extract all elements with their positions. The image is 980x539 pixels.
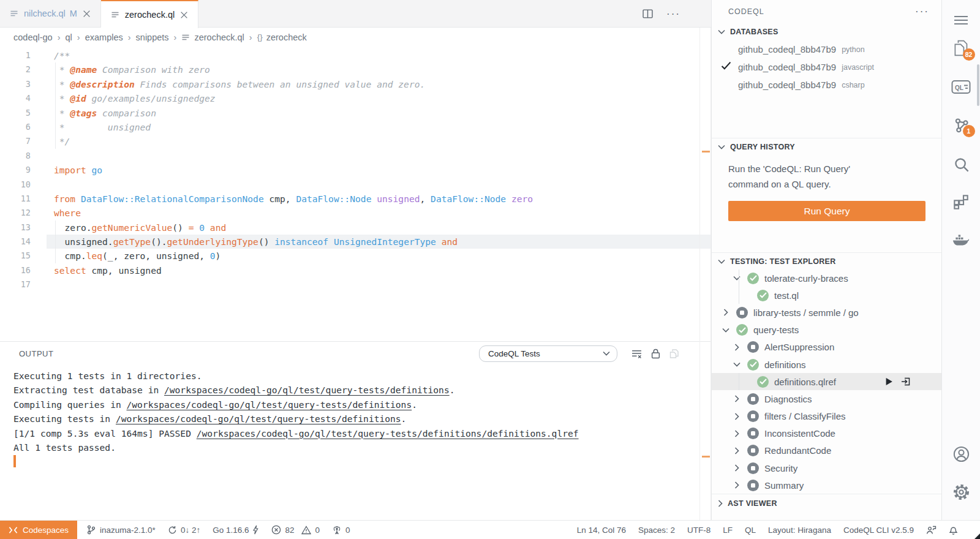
databases-header-label: DATABASES	[730, 28, 778, 36]
test-tree-item-RedundantCode[interactable]: RedundantCode	[712, 442, 941, 459]
test-tree-item-AlertSuppression[interactable]: AlertSuppression	[712, 339, 941, 356]
close-icon[interactable]	[83, 10, 91, 18]
status-codeql-cli[interactable]: CodeQL CLI v2.5.9	[837, 521, 920, 539]
database-item-python[interactable]: github_codeql_8bb47b9python	[712, 40, 941, 58]
code-line-13[interactable]: 13 zero.getNumericValue() = 0 and	[0, 221, 711, 235]
breadcrumb-item[interactable]: ql	[66, 32, 72, 42]
status-feedback[interactable]	[920, 521, 943, 539]
code-line-14[interactable]: 14 unsigned.getType().getUnderlyingType(…	[0, 235, 711, 249]
status-problems[interactable]: 820	[265, 521, 326, 539]
close-icon[interactable]	[180, 11, 188, 19]
split-editor-icon[interactable]	[643, 9, 653, 18]
activity-bar-item-menu[interactable]	[942, 6, 980, 34]
section-header-databases[interactable]: DATABASES	[712, 23, 941, 40]
chevron-down-icon[interactable]	[733, 362, 741, 367]
code-line-5[interactable]: 5 * @tags comparison	[0, 106, 711, 120]
status-eol[interactable]: LF	[717, 521, 739, 539]
test-tree-item-query-tests[interactable]: query-tests	[712, 322, 941, 339]
chevron-right-icon[interactable]	[733, 447, 741, 454]
status-encoding[interactable]: UTF-8	[681, 521, 717, 539]
test-tree-item-InconsistentCode[interactable]: InconsistentCode	[712, 425, 941, 442]
code-line-7[interactable]: 7 */	[0, 134, 711, 148]
chevron-right-icon[interactable]	[733, 413, 741, 420]
tab-zerocheck.ql[interactable]: zerocheck.ql	[101, 0, 198, 28]
code-line-4[interactable]: 4 * @id go/examples/unsignedgez	[0, 91, 711, 105]
database-item-csharp[interactable]: github_codeql_8bb47b9csharp	[712, 76, 941, 94]
output-channel-select[interactable]: CodeQL Tests	[479, 345, 617, 362]
run-query-button[interactable]: Run Query	[728, 201, 925, 221]
output-path-link[interactable]: /workspaces/codeql-go/ql/test/query-test…	[164, 385, 450, 395]
status-ports[interactable]: 0	[326, 521, 356, 539]
output-path-link[interactable]: /workspaces/codeql-go/ql/test/query-test…	[127, 399, 412, 410]
chevron-down-icon[interactable]	[722, 328, 730, 333]
activity-bar-item-source-graph[interactable]: 1	[942, 111, 980, 139]
code-line-12[interactable]: 12where	[0, 206, 711, 220]
section-header-ast-viewer[interactable]: AST VIEWER	[712, 494, 941, 512]
chevron-right-icon[interactable]	[733, 395, 741, 402]
chevron-right-icon[interactable]	[733, 481, 741, 489]
code-line-1[interactable]: 1/**	[0, 48, 711, 62]
status-notifications[interactable]	[943, 521, 964, 539]
code-line-9[interactable]: 9import go	[0, 163, 711, 177]
breadcrumb-symbol[interactable]: zerocheck	[266, 32, 307, 42]
chevron-right-icon[interactable]	[733, 344, 741, 351]
output-line: Executing 1 tests in 1 directories.	[13, 369, 711, 383]
code-line-2[interactable]: 2 * @name Comparison with zero	[0, 62, 711, 77]
code-line-16[interactable]: 16select cmp, unsigned	[0, 263, 711, 277]
section-header-query-history[interactable]: QUERY HISTORY	[712, 138, 941, 155]
test-tree-item-definitions.qlref[interactable]: definitions.qlref	[712, 373, 941, 390]
code-line-11[interactable]: 11from DataFlow::RelationalComparisonNod…	[0, 192, 711, 206]
breadcrumb-file[interactable]: zerocheck.ql	[194, 32, 244, 42]
code-line-3[interactable]: 3 * @description Finds comparisons betwe…	[0, 77, 711, 91]
code-text	[31, 178, 54, 192]
clear-output-icon[interactable]	[631, 349, 642, 359]
test-tree-item-test.ql[interactable]: test.ql	[712, 287, 941, 304]
status-git-branch[interactable]: inazuma-2.1.0*	[80, 521, 162, 539]
activity-bar-item-account[interactable]	[942, 440, 980, 468]
activity-bar-item-extensions[interactable]	[942, 188, 980, 216]
breadcrumb-item[interactable]: snippets	[136, 32, 169, 42]
chevron-right-icon[interactable]	[733, 464, 741, 472]
test-tree-item-tolerate-curly-braces[interactable]: tolerate-curly-braces	[712, 270, 941, 287]
output-path-link[interactable]: /workspaces/codeql-go/ql/test/query-test…	[116, 413, 401, 424]
code-line-17[interactable]: 17	[0, 277, 711, 292]
section-header-test-explorer[interactable]: TESTING: TEST EXPLORER	[712, 252, 941, 270]
chevron-down-icon[interactable]	[733, 276, 741, 281]
status-language-mode[interactable]: QL	[739, 521, 762, 539]
code-line-10[interactable]: 10	[0, 178, 711, 192]
test-tree-item-Security[interactable]: Security	[712, 459, 941, 477]
chevron-right-icon[interactable]	[722, 309, 730, 316]
database-item-javascript[interactable]: github_codeql_8bb47b9javascript	[712, 58, 941, 76]
test-tree-item-Summary[interactable]: Summary	[712, 477, 941, 494]
chevron-right-icon[interactable]	[733, 430, 741, 437]
status-go-version[interactable]: Go 1.16.6	[206, 521, 265, 539]
test-tree-item-Diagnostics[interactable]: Diagnostics	[712, 390, 941, 407]
activity-bar-item-search[interactable]	[942, 150, 980, 178]
code-line-6[interactable]: 6 * unsigned	[0, 120, 711, 134]
activity-bar-item-explorer[interactable]: 82	[942, 34, 980, 62]
status-codespaces[interactable]: Codespaces	[0, 521, 77, 539]
test-tree-item-definitions[interactable]: definitions	[712, 356, 941, 373]
status-indentation[interactable]: Spaces: 2	[632, 521, 681, 539]
activity-bar-item-docker[interactable]	[942, 226, 980, 254]
activity-bar-item-codeql[interactable]: QL	[942, 73, 980, 101]
code-line-15[interactable]: 15 cmp.leq(_, zero, unsigned, 0)	[0, 249, 711, 263]
run-test-icon[interactable]	[885, 377, 893, 386]
sidebar-more-actions-icon[interactable]: ···	[915, 6, 929, 18]
lock-icon[interactable]	[651, 349, 660, 359]
breadcrumb-item[interactable]: examples	[85, 32, 123, 42]
activity-bar-item-settings[interactable]	[942, 478, 980, 506]
status-layout[interactable]: Layout: Hiragana	[762, 521, 837, 539]
tab-nilcheck.ql[interactable]: nilcheck.qlM	[0, 0, 101, 27]
breadcrumb-item[interactable]: codeql-go	[13, 32, 53, 42]
test-tree-item-library-tests-semmle-go[interactable]: library-tests / semmle / go	[712, 304, 941, 321]
output-path-link[interactable]: /workspaces/codeql-go/ql/test/query-test…	[197, 428, 579, 439]
go-to-test-icon[interactable]	[901, 377, 911, 386]
status-cursor-position[interactable]: Ln 14, Col 76	[571, 521, 632, 539]
open-output-in-editor-icon[interactable]	[669, 349, 679, 359]
editor-more-actions-icon[interactable]: ···	[666, 8, 680, 20]
code-line-8[interactable]: 8	[0, 149, 711, 163]
code-editor[interactable]: 1/**2 * @name Comparison with zero3 * @d…	[0, 47, 711, 341]
status-sync[interactable]: 0↓ 2↑	[162, 521, 206, 539]
test-tree-item-filters-ClassifyFiles[interactable]: filters / ClassifyFiles	[712, 408, 941, 425]
